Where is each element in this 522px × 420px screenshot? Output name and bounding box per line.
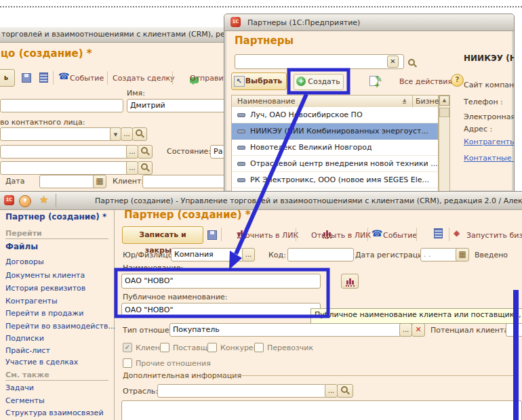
lookup-button[interactable] <box>337 384 353 398</box>
ellipsis-button[interactable]: ... <box>325 384 338 398</box>
potential-field[interactable] <box>506 323 522 337</box>
client-field[interactable] <box>142 175 236 188</box>
field-row3[interactable] <box>0 161 129 175</box>
sidebar-item-relations[interactable]: Структура взаимосвязей <box>5 408 104 417</box>
industry-field[interactable] <box>157 384 327 398</box>
sidebar-item-contracts[interactable]: Договоры <box>5 257 44 266</box>
contact-role-label: во контактного лица: <box>0 118 85 127</box>
sidebar-item-pricelist[interactable]: Прайс-лист <box>5 346 50 355</box>
sidebar-item-segments[interactable]: Сегменты <box>5 396 45 405</box>
window1-titlebar[interactable]: торговлей и взаимоотношениями с клиентам… <box>0 27 236 43</box>
code-label: Код: <box>268 251 286 259</box>
sidebar-item-history[interactable]: История реквизитов <box>5 284 85 293</box>
regdate-field[interactable]: . . <box>420 248 461 261</box>
entity-field[interactable]: Компания <box>171 248 244 261</box>
checkbox-carrier[interactable] <box>254 343 264 352</box>
name-field[interactable]: ОАО "НОВО" <box>121 274 321 289</box>
ellipsis-button[interactable]: ... <box>126 145 138 159</box>
event-button[interactable]: Событие <box>70 74 104 83</box>
window3-title: Партнер (создание) - Управление торговле… <box>95 196 522 205</box>
list-icon[interactable] <box>434 228 443 238</box>
event-button[interactable]: Событие <box>383 231 417 240</box>
favorites-star-icon[interactable]: ★ <box>39 194 48 206</box>
checkbox-supplier[interactable] <box>160 343 169 352</box>
lik-check-button[interactable] <box>341 274 359 289</box>
list-item[interactable]: Луч, ОАО Новосибирское ПО <box>232 107 438 123</box>
sidebar-item-tasks[interactable]: Задачи <box>5 383 34 392</box>
scroll-up-button[interactable]: ▲ <box>439 96 449 106</box>
help-icon[interactable]: ? <box>451 74 464 87</box>
lookup-button[interactable] <box>138 161 153 175</box>
list-icon[interactable] <box>39 72 48 83</box>
window3-titlebar[interactable]: 1С ▼ ★ Партнер (создание) - Управление т… <box>0 191 522 210</box>
clear-value-button[interactable]: ✕ <box>411 323 425 337</box>
code-field[interactable] <box>287 248 354 261</box>
all-actions-button[interactable]: Все действия ▼ <box>399 77 458 86</box>
sidebar-item-files[interactable]: Файлы <box>5 242 38 251</box>
sidebar-item-subscriptions[interactable]: Подписки <box>5 334 44 343</box>
name-field[interactable]: Дмитрий <box>127 99 235 112</box>
clipped-save-button[interactable]: ь <box>0 69 15 87</box>
sidebar-item-interactions[interactable]: Перейти во взаимодейств... <box>5 322 115 331</box>
sidebar-item-sales[interactable]: Перейти в продажи <box>5 309 83 318</box>
dropdown-button[interactable]: ▼ <box>110 127 121 141</box>
contact-persons-link[interactable]: Контактные лиц <box>464 154 515 163</box>
checkbox-other-relations[interactable] <box>123 358 132 368</box>
relation-type-field[interactable]: Покупатель <box>169 323 401 337</box>
counterparties-link[interactable]: Контрагенты (1) <box>464 138 515 146</box>
comment-textarea[interactable] <box>121 400 522 420</box>
list-item[interactable]: РК Электроникс, ООО (новое имя SEGES Ele… <box>232 172 438 188</box>
edit-pencil-icon[interactable]: ✎ <box>375 74 382 84</box>
save-close-button[interactable]: Записать и закрыть <box>122 226 203 244</box>
ellipsis-button[interactable]: ... <box>399 323 412 337</box>
ellipsis-button[interactable]: ... <box>242 248 255 261</box>
refine-lik-button[interactable]: Уточнить в ЛИК <box>237 231 298 240</box>
list-item-label: Луч, ОАО Новосибирское ПО <box>250 110 363 119</box>
calendar-button[interactable]: ▦ <box>456 248 469 261</box>
sidebar-item-counterparties[interactable]: Контрагенты <box>5 297 58 306</box>
window1-form-header: цо (создание) * <box>1 47 92 60</box>
list-item[interactable]: Отраслевой центр внедрения новой техники… <box>232 156 438 172</box>
search-input[interactable] <box>235 54 404 69</box>
create-button[interactable]: + Создать <box>294 74 344 90</box>
company-site-label: Сайт компании : <box>464 81 515 89</box>
dialog-titlebar[interactable]: 1С Партнеры (1С:Предприятие) <box>224 14 514 31</box>
window-contact-person: торговлей и взаимоотношениями с клиентам… <box>0 27 236 191</box>
window-menu-icon[interactable]: ▼ <box>19 195 31 207</box>
ellipsis-button[interactable]: ... <box>121 127 133 141</box>
sidebar-item-client-docs[interactable]: Документы клиента <box>5 271 85 280</box>
sidebar-divider[interactable] <box>114 209 115 420</box>
titlebar-separator <box>56 194 56 207</box>
save-icon[interactable] <box>207 230 217 240</box>
column-name[interactable]: Наименование <box>237 97 295 106</box>
calendar-button[interactable]: ▦ <box>93 175 106 188</box>
search-icon[interactable] <box>407 58 417 68</box>
checkbox-client[interactable]: ✓ <box>123 343 132 352</box>
sidebar-rule <box>5 380 108 381</box>
lookup-button[interactable] <box>138 145 153 159</box>
list-item[interactable]: Новотелекс Великий Новгород <box>232 140 438 156</box>
save-icon[interactable] <box>22 73 31 83</box>
run-process-button[interactable]: Запустить бизн <box>466 231 522 240</box>
checkbox-competitor[interactable] <box>207 343 217 352</box>
phone-icon: ☎ <box>58 71 69 81</box>
column-divider[interactable] <box>412 96 413 108</box>
ellipsis-button[interactable]: ... <box>126 161 138 175</box>
scroll-thumb[interactable] <box>439 108 449 117</box>
field-row2[interactable] <box>0 145 129 159</box>
surname-field[interactable] <box>0 99 123 112</box>
clear-search-button[interactable]: ✕ <box>387 56 399 68</box>
search-icon <box>140 146 150 156</box>
list-scrollbar[interactable]: ▲ <box>439 95 450 193</box>
state-label: Состояние: <box>167 147 211 156</box>
list-item-selected[interactable]: НИИКЭУ (НИИ Комбинированных энергоуст... <box>232 123 438 140</box>
table-header[interactable]: Наименование ▲ Бизнес- <box>231 95 439 108</box>
contact-role-field[interactable] <box>0 127 113 141</box>
open-lik-button[interactable]: Открыть в ЛИК <box>311 231 371 240</box>
lookup-button[interactable] <box>132 127 147 141</box>
select-button[interactable]: ↖ Выбрать <box>231 72 287 90</box>
date-field[interactable] <box>39 175 99 188</box>
create-deal-button[interactable]: Создать сделку <box>113 74 175 83</box>
sidebar-item-deals[interactable]: Участие в сделках <box>5 358 78 366</box>
public-name-field[interactable]: ОАО "НОВО" <box>121 303 321 318</box>
